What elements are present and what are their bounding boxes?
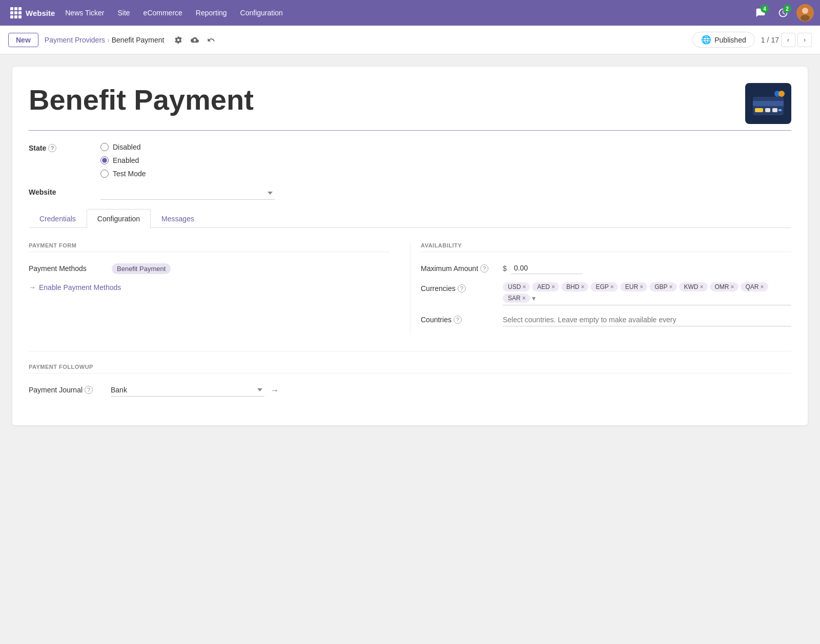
svg-rect-8 (772, 108, 777, 112)
pager-total: 17 (771, 36, 779, 44)
topnav-right: 4 2 (751, 4, 814, 22)
chat-button[interactable]: 4 (751, 4, 770, 22)
followup-title: PAYMENT FOLLOWUP (29, 364, 791, 373)
remove-sar[interactable]: × (522, 295, 526, 302)
new-button[interactable]: New (8, 33, 38, 47)
website-label: Website (29, 187, 100, 196)
payment-methods-value: Benefit Payment (111, 262, 389, 275)
state-enabled-option[interactable]: Enabled (100, 156, 791, 164)
brand-label[interactable]: Website (26, 9, 55, 17)
currency-sar: SAR × (503, 294, 530, 303)
form-card: Benefit Payment State ? (12, 67, 808, 425)
journal-help-icon[interactable]: ? (85, 386, 93, 394)
state-help-icon[interactable]: ? (48, 144, 56, 152)
payment-method-tag: Benefit Payment (112, 263, 171, 274)
state-testmode-radio[interactable] (100, 170, 109, 178)
undo-icon-button[interactable] (205, 34, 217, 46)
currencies-dropdown-icon[interactable]: ▾ (532, 294, 540, 302)
two-column-layout: PAYMENT FORM Payment Methods Benefit Pay… (29, 242, 791, 335)
form-title-row: Benefit Payment (29, 83, 791, 131)
journal-select[interactable]: Bank (111, 384, 264, 397)
website-select[interactable] (100, 187, 275, 200)
state-enabled-radio[interactable] (100, 156, 109, 164)
svg-point-11 (778, 91, 785, 97)
max-amount-input[interactable] (511, 262, 583, 274)
svg-point-2 (801, 15, 810, 21)
availability-section: AVAILABILITY Maximum Amount ? $ (410, 242, 791, 335)
tab-configuration[interactable]: Configuration (87, 209, 151, 228)
remove-gbp[interactable]: × (669, 283, 672, 290)
countries-label: Countries ? (421, 314, 503, 324)
payment-methods-label: Payment Methods (29, 262, 111, 273)
state-testmode-option[interactable]: Test Mode (100, 170, 791, 178)
currency-eur: EUR × (620, 282, 647, 292)
journal-label: Payment Journal ? (29, 384, 111, 394)
state-disabled-option[interactable]: Disabled (100, 143, 791, 151)
remove-egp[interactable]: × (610, 283, 614, 290)
remove-qar[interactable]: × (761, 283, 764, 290)
breadcrumb-separator: › (107, 36, 110, 44)
currencies-label: Currencies ? (421, 282, 503, 293)
pager-next-button[interactable]: › (797, 33, 812, 47)
remove-bhd[interactable]: × (581, 283, 584, 290)
pager-prev-button[interactable]: ‹ (781, 33, 795, 47)
top-navigation: Website News Ticker Site eCommerce Repor… (0, 0, 820, 26)
countries-help-icon[interactable]: ? (454, 316, 462, 324)
clock-button[interactable]: 2 (774, 4, 792, 22)
state-field: State ? Disabled Enabled Test Mode (29, 143, 791, 178)
svg-point-1 (802, 8, 808, 14)
arrow-right-icon: → (29, 283, 36, 292)
nav-ecommerce[interactable]: eCommerce (137, 6, 189, 20)
svg-rect-5 (753, 101, 784, 106)
remove-eur[interactable]: × (640, 283, 643, 290)
published-button[interactable]: 🌐 Published (692, 32, 755, 48)
nav-configuration[interactable]: Configuration (234, 6, 289, 20)
max-amount-input-row: $ (503, 262, 791, 274)
currency-qar: QAR × (741, 282, 768, 292)
availability-title: AVAILABILITY (421, 242, 791, 252)
chat-badge: 4 (761, 5, 769, 13)
max-amount-row: Maximum Amount ? $ (421, 262, 791, 274)
nav-site[interactable]: Site (111, 6, 136, 20)
remove-kwd[interactable]: × (700, 283, 704, 290)
tab-messages[interactable]: Messages (151, 209, 205, 228)
journal-value: Bank → (111, 384, 791, 397)
remove-omr[interactable]: × (731, 283, 734, 290)
remove-usd[interactable]: × (522, 283, 526, 290)
nav-news-ticker[interactable]: News Ticker (59, 6, 110, 20)
settings-icon-button[interactable] (172, 34, 184, 46)
main-content: Benefit Payment State ? (0, 54, 820, 438)
journal-arrow-icon[interactable]: → (271, 386, 279, 395)
svg-rect-6 (755, 108, 763, 112)
currency-kwd: KWD × (679, 282, 708, 292)
breadcrumb-current: Benefit Payment (112, 36, 165, 44)
state-disabled-radio[interactable] (100, 143, 109, 151)
countries-input[interactable] (503, 314, 791, 326)
configuration-tab-content: PAYMENT FORM Payment Methods Benefit Pay… (29, 228, 791, 397)
website-field: Website (29, 187, 791, 200)
currency-gbp: GBP × (649, 282, 676, 292)
max-amount-help-icon[interactable]: ? (480, 264, 488, 273)
tab-credentials[interactable]: Credentials (29, 209, 87, 228)
globe-icon: 🌐 (701, 35, 711, 45)
upload-icon-button[interactable] (189, 34, 201, 46)
apps-menu-button[interactable] (6, 4, 26, 22)
topnav-menu: News Ticker Site eCommerce Reporting Con… (59, 6, 751, 20)
currency-egp: EGP × (590, 282, 618, 292)
nav-reporting[interactable]: Reporting (190, 6, 233, 20)
state-options: Disabled Enabled Test Mode (100, 143, 791, 178)
enable-payment-methods-link[interactable]: → Enable Payment Methods (29, 283, 389, 292)
user-avatar[interactable] (796, 4, 814, 22)
breadcrumb-parent[interactable]: Payment Providers (45, 36, 105, 44)
countries-value (503, 314, 791, 326)
published-label: Published (714, 36, 746, 44)
grid-icon (10, 7, 22, 18)
payment-form-section: PAYMENT FORM Payment Methods Benefit Pay… (29, 242, 410, 335)
pager-separator: / (767, 36, 769, 44)
remove-aed[interactable]: × (551, 283, 555, 290)
max-amount-currency: $ (503, 264, 507, 273)
currencies-help-icon[interactable]: ? (458, 284, 466, 293)
clock-badge: 2 (783, 5, 791, 13)
action-icons (172, 34, 217, 46)
currency-bhd: BHD × (561, 282, 588, 292)
